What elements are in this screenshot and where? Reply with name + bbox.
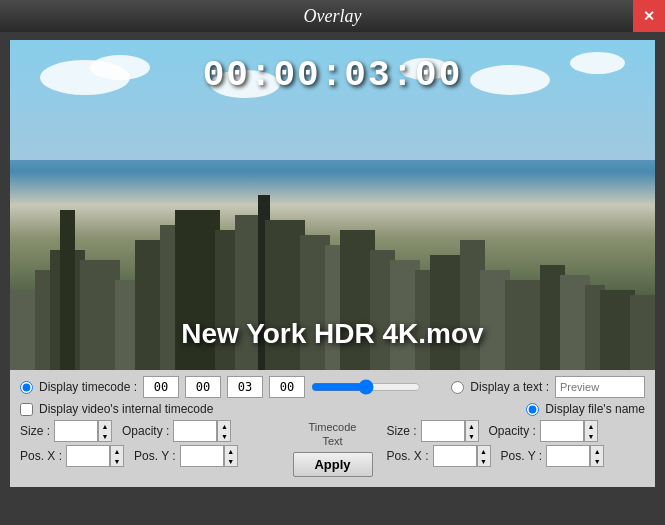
close-button[interactable]: ✕ (633, 0, 665, 32)
apply-section: Timecode Text Apply (285, 420, 381, 477)
left-posy-down[interactable]: ▼ (225, 456, 237, 466)
display-filename-label: Display file's name (545, 402, 645, 416)
right-size-input[interactable]: 90 (421, 420, 465, 442)
left-posy-label: Pos. Y : (134, 449, 176, 463)
display-text-radio[interactable] (451, 381, 464, 394)
right-posx-input[interactable]: 444 (433, 445, 477, 467)
left-opacity-up[interactable]: ▲ (218, 421, 230, 431)
internal-timecode-label: Display video's internal timecode (39, 402, 213, 416)
right-size-label: Size : (387, 424, 417, 438)
left-posy-input[interactable]: 69 (180, 445, 224, 467)
display-filename-radio[interactable] (526, 403, 539, 416)
left-size-row: Size : 100 ▲ ▼ Opacity : 40 ▲ ▼ (20, 420, 279, 442)
right-posy-up[interactable]: ▲ (591, 446, 603, 456)
left-posx-label: Pos. X : (20, 449, 62, 463)
internal-timecode-checkbox[interactable] (20, 403, 33, 416)
video-preview: 00:00:03:00 New York HDR 4K.mov (10, 40, 655, 370)
left-size-spinner: 100 ▲ ▼ (54, 420, 112, 442)
right-filename-controls: Display file's name (526, 402, 645, 416)
right-posy-spinner: 906 ▲ ▼ (546, 445, 604, 467)
left-size-arrows: ▲ ▼ (98, 420, 112, 442)
left-size-down[interactable]: ▼ (99, 431, 111, 441)
right-opacity-spinner: 50 ▲ ▼ (540, 420, 598, 442)
right-opacity-down[interactable]: ▼ (585, 431, 597, 441)
right-posx-arrows: ▲ ▼ (477, 445, 491, 467)
right-opacity-label: Opacity : (489, 424, 536, 438)
control-row-2: Display video's internal timecode Displa… (20, 402, 645, 416)
right-opacity-input[interactable]: 50 (540, 420, 584, 442)
left-posy-arrows: ▲ ▼ (224, 445, 238, 467)
right-posx-label: Pos. X : (387, 449, 429, 463)
left-posx-down[interactable]: ▼ (111, 456, 123, 466)
right-opacity-up[interactable]: ▲ (585, 421, 597, 431)
left-size-section: Size : 100 ▲ ▼ Opacity : 40 ▲ ▼ (20, 420, 279, 467)
left-opacity-down[interactable]: ▼ (218, 431, 230, 441)
right-posy-arrows: ▲ ▼ (590, 445, 604, 467)
left-opacity-spinner: 40 ▲ ▼ (173, 420, 231, 442)
right-size-down[interactable]: ▼ (466, 431, 478, 441)
right-size-spinner: 90 ▲ ▼ (421, 420, 479, 442)
timecode-ff[interactable] (269, 376, 305, 398)
timecode-hh[interactable] (143, 376, 179, 398)
left-posy-spinner: 69 ▲ ▼ (180, 445, 238, 467)
timecode-ss[interactable] (227, 376, 263, 398)
timecode-text-label: Timecode Text (309, 420, 357, 449)
timecode-mm[interactable] (185, 376, 221, 398)
left-posx-input[interactable]: 645 (66, 445, 110, 467)
timecode-overlay: 00:00:03:00 (203, 55, 463, 96)
left-posy-up[interactable]: ▲ (225, 446, 237, 456)
display-text-label: Display a text : (470, 380, 549, 394)
right-posx-down[interactable]: ▼ (478, 456, 490, 466)
left-posx-spinner: 645 ▲ ▼ (66, 445, 124, 467)
right-posy-down[interactable]: ▼ (591, 456, 603, 466)
right-size-row: Size : 90 ▲ ▼ Opacity : 50 ▲ ▼ (387, 420, 646, 442)
left-posx-arrows: ▲ ▼ (110, 445, 124, 467)
right-posy-input[interactable]: 906 (546, 445, 590, 467)
right-opacity-arrows: ▲ ▼ (584, 420, 598, 442)
right-size-arrows: ▲ ▼ (465, 420, 479, 442)
app-title: Overlay (304, 6, 362, 27)
controls-panel: Display timecode : Display a text : Disp… (10, 370, 655, 487)
left-size-up[interactable]: ▲ (99, 421, 111, 431)
timecode-slider[interactable] (311, 380, 421, 394)
right-posx-spinner: 444 ▲ ▼ (433, 445, 491, 467)
right-text-controls: Display a text : (451, 376, 645, 398)
left-opacity-label: Opacity : (122, 424, 169, 438)
title-bar: Overlay ✕ (0, 0, 665, 32)
display-timecode-label: Display timecode : (39, 380, 137, 394)
right-size-up[interactable]: ▲ (466, 421, 478, 431)
right-posx-up[interactable]: ▲ (478, 446, 490, 456)
display-timecode-radio[interactable] (20, 381, 33, 394)
control-row-3: Size : 100 ▲ ▼ Opacity : 40 ▲ ▼ (20, 420, 645, 477)
control-row-1: Display timecode : Display a text : (20, 376, 645, 398)
text-preview-input[interactable] (555, 376, 645, 398)
apply-button[interactable]: Apply (293, 452, 373, 477)
left-opacity-input[interactable]: 40 (173, 420, 217, 442)
left-posx-up[interactable]: ▲ (111, 446, 123, 456)
left-size-input[interactable]: 100 (54, 420, 98, 442)
left-pos-row: Pos. X : 645 ▲ ▼ Pos. Y : 69 ▲ ▼ (20, 445, 279, 467)
filename-overlay: New York HDR 4K.mov (181, 318, 483, 350)
right-size-section: Size : 90 ▲ ▼ Opacity : 50 ▲ ▼ (387, 420, 646, 467)
left-size-label: Size : (20, 424, 50, 438)
right-pos-row: Pos. X : 444 ▲ ▼ Pos. Y : 906 ▲ ▼ (387, 445, 646, 467)
right-posy-label: Pos. Y : (501, 449, 543, 463)
left-opacity-arrows: ▲ ▼ (217, 420, 231, 442)
